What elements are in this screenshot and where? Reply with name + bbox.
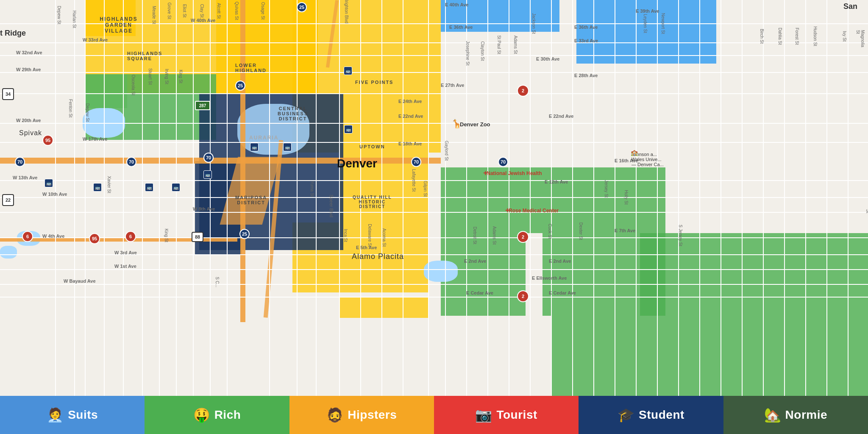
street-magnolia: Magnolia St	[856, 30, 865, 47]
sv-26	[572, 0, 573, 434]
student-label: Student	[639, 408, 684, 422]
street-cedar	[0, 297, 868, 298]
nav-item-suits[interactable]: 🧑‍💼 Suits	[0, 396, 145, 434]
street-w8	[0, 212, 868, 213]
shield-2-3: 2	[517, 290, 529, 302]
street-speer: Speer Blvd	[329, 195, 334, 217]
sv-17	[381, 0, 382, 434]
nav-item-hipsters[interactable]: 🧔 Hipsters	[289, 396, 434, 434]
street-grove: Grove St	[167, 3, 172, 19]
zone-blue-2	[496, 0, 559, 32]
transit-9: 🚌	[344, 125, 353, 134]
street-stuart: Stuart St	[148, 68, 153, 85]
sv-6	[142, 0, 143, 434]
map-container: Denver HIGHLANDSGARDENVILLAGE HIGHLANDSS…	[0, 0, 868, 434]
street-jackson: Jackson St	[531, 13, 536, 34]
suits-label: Suits	[68, 408, 98, 422]
street-w10	[0, 197, 868, 198]
cross-icon-rose: +	[505, 206, 510, 215]
shield-i25-south: 25	[239, 229, 250, 239]
sv-33	[721, 0, 721, 434]
nav-item-normie[interactable]: 🏡 Normie	[723, 396, 868, 434]
water-auraria	[237, 104, 309, 155]
sv-7	[159, 0, 160, 434]
street-newport: Newport St	[661, 13, 665, 34]
street-dahlia: Dahlia St	[778, 28, 782, 45]
suits-emoji: 🧑‍💼	[47, 407, 64, 423]
street-detroit: Detroit St	[473, 227, 477, 245]
street-w3	[0, 254, 868, 255]
transit-6: 🚌	[250, 143, 259, 151]
street-gaylord: Gaylord St	[444, 141, 449, 161]
sv-14	[316, 0, 317, 434]
hipsters-emoji: 🧔	[326, 407, 343, 423]
sv-16	[360, 0, 361, 434]
nav-item-rich[interactable]: 🤑 Rich	[145, 396, 289, 434]
street-sc: S C...	[215, 277, 220, 287]
shield-i70-east: 70	[411, 157, 421, 167]
water-pond-4	[424, 261, 458, 282]
tourist-label: Tourist	[496, 408, 537, 422]
street-clay: Clay St	[200, 4, 204, 17]
sv-3	[85, 0, 86, 434]
street-yuma: Yuma St	[310, 181, 314, 197]
street-w13	[0, 180, 868, 181]
bottom-nav: 🧑‍💼 Suits 🤑 Rich 🧔 Hipsters 📷 Tourist 🎓 …	[0, 396, 868, 434]
shield-s22: 22	[2, 194, 14, 206]
street-jersey-s: S Jersey St	[678, 225, 683, 246]
nav-item-student[interactable]: 🎓 Student	[579, 396, 723, 434]
street-quivas: Quivas St	[234, 2, 239, 20]
sv-20	[445, 0, 446, 434]
rich-label: Rich	[214, 408, 241, 422]
shield-i70-east2: 70	[498, 157, 508, 167]
transit-2: 🚌	[93, 183, 102, 192]
shield-s34: 34	[2, 88, 14, 100]
normie-emoji: 🏡	[764, 407, 781, 423]
shield-s88: 88	[192, 232, 203, 242]
sv-15	[339, 0, 340, 434]
sv-29	[636, 0, 637, 434]
shield-i25-mid: 25	[235, 81, 245, 91]
street-lafayette: Lafayette St	[412, 169, 416, 192]
shield-us95-1: 95	[42, 135, 53, 146]
zone-yellow-south2	[339, 297, 428, 318]
street-osage: Osage St	[261, 2, 265, 20]
street-irving: Irving St	[164, 69, 169, 84]
street-forest: Forest St	[795, 28, 799, 45]
sv-30	[657, 0, 658, 434]
sv-2	[74, 0, 75, 434]
street-w17	[0, 142, 868, 143]
street-adams-e: Adams St	[513, 36, 518, 54]
street-ivy: Ivy St	[842, 31, 847, 42]
street-stpaul: St Paul St	[497, 35, 501, 54]
sv-38	[826, 0, 827, 434]
shield-us95-2: 95	[89, 233, 100, 244]
street-w26	[0, 93, 868, 94]
transit-3: 🚌	[145, 183, 153, 192]
sv-37	[805, 0, 806, 434]
street-w1	[0, 269, 868, 270]
park-1	[85, 74, 127, 108]
street-osceola: Osceola St	[131, 75, 136, 95]
zone-green-2	[441, 167, 665, 233]
nav-item-tourist[interactable]: 📷 Tourist	[434, 396, 579, 434]
street-acoma: Acoma St	[382, 228, 387, 247]
street-fenton: Fenton St	[68, 99, 73, 117]
zoo-icon: 🦒	[451, 119, 462, 129]
transit-7: 🚌	[283, 143, 292, 151]
sv-1	[55, 0, 56, 434]
street-w29	[0, 72, 868, 73]
sv-34	[742, 0, 743, 434]
sv-8	[176, 0, 177, 434]
sv-9	[193, 0, 194, 434]
street-brighton: Brighton Blvd	[344, 0, 349, 23]
sv-31	[678, 0, 679, 434]
street-holly: Holly St	[624, 190, 629, 204]
street-king-st: King St	[178, 70, 183, 83]
street-birch: Birch St	[760, 29, 764, 44]
transit-8: 🚌	[344, 67, 352, 75]
street-hudson: Hudson St	[813, 26, 818, 46]
transit-5: 🚌	[203, 170, 212, 179]
shield-us6-1: 6	[22, 231, 33, 242]
shield-i70-mid2: 70	[203, 153, 214, 163]
